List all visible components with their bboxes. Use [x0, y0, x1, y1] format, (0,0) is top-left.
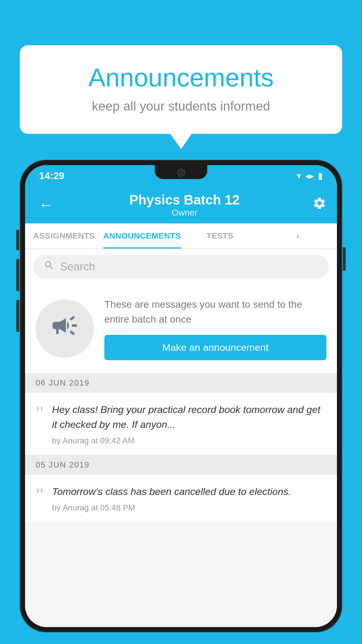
phone-notch	[155, 165, 207, 179]
phone-screen: 14:29 ▾ ◂▸ ▮ ← Physics Batch 12 Owner	[25, 165, 337, 627]
announcement-item-1[interactable]: " Hey class! Bring your practical record…	[25, 393, 337, 455]
quote-icon-2: "	[36, 485, 44, 506]
search-icon	[44, 260, 55, 274]
announcement-meta-2: by Anurag at 05:48 PM	[52, 503, 291, 512]
volume-down-button	[16, 259, 19, 291]
volume-up-button	[16, 230, 19, 250]
back-button[interactable]: ←	[36, 193, 57, 216]
power-button	[343, 247, 346, 271]
app-bar-subtitle: Owner	[57, 208, 312, 218]
bubble-subtitle: keep all your students informed	[43, 99, 319, 113]
app-bar-center: Physics Batch 12 Owner	[57, 192, 312, 218]
announcement-item-2[interactable]: " Tomorrow's class has been cancelled du…	[25, 475, 337, 522]
quote-icon-1: "	[36, 403, 44, 424]
speech-bubble: Announcements keep all your students inf…	[20, 45, 342, 134]
front-camera	[177, 169, 185, 177]
announcement-text-2: Tomorrow's class has been cancelled due …	[52, 484, 291, 499]
promo-right: These are messages you want to send to t…	[104, 297, 326, 360]
tab-more[interactable]: ›	[259, 223, 337, 249]
silent-switch	[16, 300, 19, 332]
phone-outer: 14:29 ▾ ◂▸ ▮ ← Physics Batch 12 Owner	[20, 160, 342, 632]
date-separator-2: 05 JUN 2019	[25, 455, 337, 475]
status-time: 14:29	[39, 170, 64, 181]
settings-button[interactable]	[312, 196, 326, 214]
app-bar-title: Physics Batch 12	[57, 192, 312, 208]
signal-icon: ◂▸	[305, 171, 314, 181]
search-placeholder: Search	[60, 260, 95, 273]
battery-icon: ▮	[318, 171, 323, 181]
make-announcement-button[interactable]: Make an announcement	[104, 335, 326, 360]
megaphone-circle	[36, 300, 94, 358]
status-icons: ▾ ◂▸ ▮	[297, 171, 323, 181]
megaphone-icon	[50, 311, 79, 346]
content-area: Search These are messages you want to se…	[25, 249, 337, 627]
app-bar: ← Physics Batch 12 Owner	[25, 186, 337, 223]
speech-bubble-section: Announcements keep all your students inf…	[20, 45, 342, 134]
wifi-icon: ▾	[297, 171, 301, 181]
announcement-promo: These are messages you want to send to t…	[25, 284, 337, 373]
tab-assignments[interactable]: ASSIGNMENTS	[25, 223, 103, 249]
tab-announcements[interactable]: ANNOUNCEMENTS	[103, 223, 181, 249]
date-separator-1: 06 JUN 2019	[25, 373, 337, 393]
phone-mockup: 14:29 ▾ ◂▸ ▮ ← Physics Batch 12 Owner	[20, 160, 342, 644]
search-bar-container: Search	[25, 249, 337, 284]
promo-text: These are messages you want to send to t…	[104, 297, 326, 327]
bubble-title: Announcements	[43, 63, 319, 92]
announcement-meta-1: by Anurag at 09:42 AM	[52, 436, 326, 445]
announcement-content-2: Tomorrow's class has been cancelled due …	[52, 484, 291, 512]
tab-bar: ASSIGNMENTS ANNOUNCEMENTS TESTS ›	[25, 223, 337, 249]
announcement-content-1: Hey class! Bring your practical record b…	[52, 402, 326, 445]
announcement-text-1: Hey class! Bring your practical record b…	[52, 402, 326, 432]
tab-tests[interactable]: TESTS	[181, 223, 259, 249]
search-bar[interactable]: Search	[33, 255, 329, 278]
